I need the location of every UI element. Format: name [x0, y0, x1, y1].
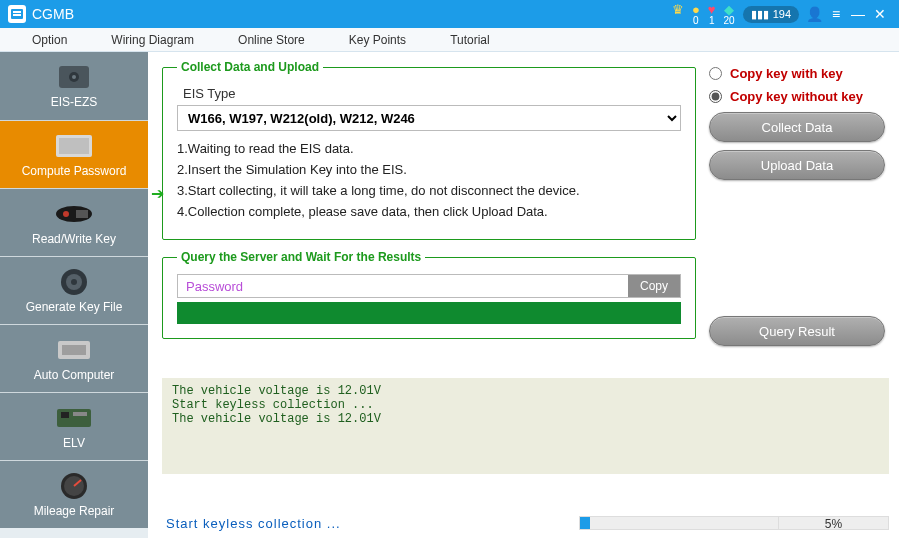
safe-icon	[54, 63, 94, 91]
sidebar-item-eis-ezs[interactable]: EIS-EZS	[0, 52, 148, 120]
password-value-bar	[177, 302, 681, 324]
svg-point-13	[71, 279, 77, 285]
svg-rect-18	[73, 412, 87, 416]
sidebar-item-generate-key-file[interactable]: Generate Key File	[0, 256, 148, 324]
stat-bars[interactable]: ▮▮▮194	[743, 6, 799, 23]
close-icon[interactable]: ✕	[869, 6, 891, 22]
eis-type-select[interactable]: W166, W197, W212(old), W212, W246	[177, 105, 681, 131]
disc-icon	[54, 268, 94, 296]
eis-type-label: EIS Type	[183, 86, 681, 101]
minimize-icon[interactable]: —	[847, 6, 869, 22]
svg-point-9	[63, 211, 69, 217]
svg-rect-15	[62, 345, 86, 355]
status-text: Start keyless collection ...	[162, 516, 341, 531]
menu-icon[interactable]: ≡	[825, 6, 847, 22]
log-output: The vehicle voltage is 12.01V Start keyl…	[162, 378, 889, 474]
progress-bar	[579, 516, 779, 530]
collect-step-4: 4.Collection complete, please save data,…	[177, 204, 681, 219]
collect-legend: Collect Data and Upload	[177, 60, 323, 74]
sidebar-item-compute-password[interactable]: Compute Password	[0, 120, 148, 188]
app-logo-icon	[8, 5, 26, 23]
query-server-panel: Query the Server and Wait For the Result…	[162, 250, 696, 339]
radio-copy-with-key[interactable]: Copy key with key	[709, 66, 885, 81]
svg-rect-1	[13, 11, 21, 13]
menu-wiring-diagram[interactable]: Wiring Diagram	[89, 33, 216, 47]
keyboard-icon	[54, 132, 94, 160]
stat-teal: ◆20	[724, 3, 735, 26]
sidebar: EIS-EZS Compute Password Read/Write Key …	[0, 52, 148, 538]
ecu-icon	[54, 336, 94, 364]
radio-without-input[interactable]	[709, 90, 722, 103]
query-result-button[interactable]: Query Result	[709, 316, 885, 346]
collect-steps: 1.Waiting to read the EIS data. 2.Insert…	[177, 141, 681, 219]
password-label: Password	[178, 276, 628, 297]
password-row: Password Copy	[177, 274, 681, 298]
collect-step-2: 2.Insert the Simulation Key into the EIS…	[177, 162, 681, 177]
radio-copy-without-key[interactable]: Copy key without key	[709, 89, 885, 104]
menubar: Option Wiring Diagram Online Store Key P…	[0, 28, 899, 52]
svg-point-5	[72, 75, 76, 79]
svg-rect-7	[59, 138, 89, 154]
titlebar: CGMB ♛ ●0 ♥1 ◆20 ▮▮▮194 👤 ≡ — ✕	[0, 0, 899, 28]
collect-step-1: 1.Waiting to read the EIS data.	[177, 141, 681, 156]
key-fob-icon	[54, 200, 94, 228]
menu-option[interactable]: Option	[10, 33, 89, 47]
sidebar-item-read-write-key[interactable]: Read/Write Key	[0, 188, 148, 256]
sidebar-item-auto-computer[interactable]: Auto Computer	[0, 324, 148, 392]
radio-with-input[interactable]	[709, 67, 722, 80]
menu-tutorial[interactable]: Tutorial	[428, 33, 512, 47]
collect-data-button[interactable]: Collect Data	[709, 112, 885, 142]
upload-data-button[interactable]: Upload Data	[709, 150, 885, 180]
sidebar-item-mileage-repair[interactable]: Mileage Repair	[0, 460, 148, 528]
collect-data-panel: Collect Data and Upload EIS Type W166, W…	[162, 60, 696, 240]
copy-button[interactable]: Copy	[628, 275, 680, 297]
menu-key-points[interactable]: Key Points	[327, 33, 428, 47]
status-bar: Start keyless collection ... 5%	[162, 512, 889, 534]
app-title: CGMB	[32, 6, 74, 22]
progress-percent: 5%	[779, 516, 889, 530]
crown-icon[interactable]: ♛	[672, 3, 684, 26]
menu-online-store[interactable]: Online Store	[216, 33, 327, 47]
sidebar-item-elv[interactable]: ELV	[0, 392, 148, 460]
right-column: Copy key with key Copy key without key C…	[709, 66, 885, 346]
svg-rect-2	[13, 14, 21, 16]
svg-rect-17	[61, 412, 69, 418]
current-step-arrow-icon: ➔	[151, 184, 164, 203]
gauge-icon	[54, 472, 94, 500]
query-legend: Query the Server and Wait For the Result…	[177, 250, 425, 264]
board-icon	[54, 404, 94, 432]
collect-step-3: ➔ 3.Start collecting, it will take a lon…	[177, 183, 681, 198]
user-icon[interactable]: 👤	[803, 6, 825, 22]
stat-red: ♥1	[708, 3, 716, 26]
stat-yellow: ●0	[692, 3, 700, 26]
svg-rect-10	[76, 210, 88, 218]
